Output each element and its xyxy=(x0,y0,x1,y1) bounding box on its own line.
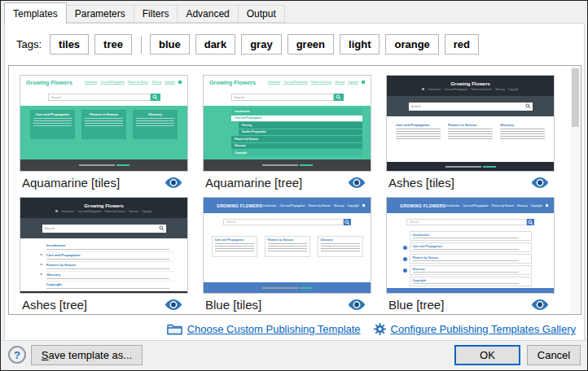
preview-eye-icon[interactable] xyxy=(348,299,366,311)
preview-column-title: Care and Propagation xyxy=(396,123,441,127)
template-card[interactable]: Growing FlowersIntroductionCare and Prop… xyxy=(20,197,186,312)
preview-nav-item: Glossary xyxy=(334,204,344,207)
preview-tree-text xyxy=(46,288,169,289)
preview-nav-item: Flowers by Season xyxy=(104,210,125,213)
preview-nav-item: Copyright xyxy=(348,204,359,207)
preview-tree-item: Garden Preparation xyxy=(239,129,362,136)
preview-nav-icon xyxy=(546,204,549,207)
tag-orange[interactable]: orange xyxy=(385,34,438,55)
template-thumbnail: GROWING FLOWERSIntroductionCare and Prop… xyxy=(386,197,555,294)
tag-blue[interactable]: blue xyxy=(150,34,190,55)
preview-footer-text xyxy=(79,164,115,166)
choose-custom-template-link[interactable]: Choose Custom Publishing Template xyxy=(187,323,361,335)
preview-column: Glossary xyxy=(500,123,545,162)
tag-tiles[interactable]: tiles xyxy=(50,34,89,55)
save-template-button[interactable]: Save template as... xyxy=(31,345,143,365)
preview-search-band: Search xyxy=(387,96,554,116)
preview-header: Growing FlowersIntroductionCare and Prop… xyxy=(20,76,187,89)
tag-dark[interactable]: dark xyxy=(195,34,235,55)
tab-output[interactable]: Output xyxy=(238,5,285,23)
scrollbar-thumb[interactable] xyxy=(572,68,579,127)
preview-header: GROWING FLOWERSIntroductionCare and Prop… xyxy=(387,198,554,213)
template-card[interactable]: GROWING FLOWERSIntroductionCare and Prop… xyxy=(203,197,370,312)
preview-tree-item: Introduction xyxy=(231,108,362,115)
preview-footer xyxy=(387,288,554,294)
preview-tile-title: Glossary xyxy=(321,238,360,242)
preview-footer-link xyxy=(483,166,496,168)
tab-bar: TemplatesParametersFiltersAdvancedOutput xyxy=(4,2,285,24)
preview-tile-title: Flowers by Season xyxy=(268,238,307,242)
preview-tile-row: Care and PropagationFlowers in SeasonGlo… xyxy=(20,106,187,139)
tag-gray[interactable]: gray xyxy=(241,34,281,55)
preview-tile-text xyxy=(268,243,307,251)
tag-green[interactable]: green xyxy=(287,34,334,55)
preview-nav: IntroductionCare and PropagationFlowers … xyxy=(85,81,182,85)
ok-button[interactable]: OK xyxy=(454,345,520,365)
help-icon[interactable]: ? xyxy=(8,346,26,364)
tab-advanced[interactable]: Advanced xyxy=(177,5,238,23)
preview-tree-item: Introduction xyxy=(46,242,174,252)
preview-tile-row: Care and PropagationFlowers by SeasonGlo… xyxy=(212,236,363,257)
preview-tile: Flowers in Season xyxy=(81,110,126,139)
template-card[interactable]: Growing FlowersIntroductionCare and Prop… xyxy=(20,75,186,190)
configure-gallery-link[interactable]: Configure Publishing Templates Gallery xyxy=(391,323,576,335)
tags-label: Tags: xyxy=(16,38,42,50)
template-label-row: Blue [tree] xyxy=(386,298,553,312)
tag-tree[interactable]: tree xyxy=(94,34,132,55)
preview-eye-icon[interactable] xyxy=(348,177,366,189)
preview-tree-text xyxy=(413,249,520,250)
preview-search-input: Search xyxy=(223,219,344,225)
preview-search-row: Search xyxy=(406,219,534,225)
preview-nav-item: Copyright xyxy=(348,81,358,85)
preview-tree-title: Care and Propagation xyxy=(413,245,529,248)
preview-tile-text xyxy=(321,243,360,251)
tag-separator xyxy=(141,36,142,54)
preview-nav: IntroductionCare and PropagationFlowers … xyxy=(268,81,365,85)
cancel-button[interactable]: Cancel xyxy=(527,345,581,365)
preview-column-text xyxy=(448,129,493,140)
preview-search-button xyxy=(151,94,160,101)
preview-tree-title: Introduction xyxy=(46,243,174,247)
preview-header: Growing FlowersIntroductionCare and Prop… xyxy=(387,76,554,96)
template-card[interactable]: Growing FlowersIntroductionCare and Prop… xyxy=(203,75,370,190)
preview-nav-item: Introduction xyxy=(268,81,281,85)
preview-tree-item: Copyright xyxy=(46,282,174,291)
preview-footer-link xyxy=(300,287,313,289)
template-card[interactable]: Growing FlowersIntroductionCare and Prop… xyxy=(386,75,553,190)
preview-nav-item: Glossary xyxy=(517,204,528,207)
preview-tree-item: Care and Propagation xyxy=(410,242,532,252)
template-thumbnail: Growing FlowersIntroductionCare and Prop… xyxy=(203,75,371,172)
tag-red[interactable]: red xyxy=(445,34,479,55)
tab-filters[interactable]: Filters xyxy=(134,5,178,23)
preview-nav-item: Copyright xyxy=(531,204,542,207)
preview-site-title: Growing Flowers xyxy=(450,81,490,86)
preview-tile-title: Care and Propagation xyxy=(30,112,75,116)
preview-home-icon xyxy=(422,88,424,90)
tag-light[interactable]: light xyxy=(340,34,380,55)
preview-tree-text xyxy=(46,249,169,250)
preview-nav-item: Introduction xyxy=(428,88,441,91)
preview-tile: Care and Propagation xyxy=(212,236,257,257)
preview-search-input: Search xyxy=(42,225,166,233)
tab-parameters[interactable]: Parameters xyxy=(66,5,134,23)
preview-footer-text xyxy=(262,164,298,166)
tag-buttons: tilestreebluedarkgraygreenlightorangered xyxy=(50,34,485,55)
preview-tree-title: Flowers by Season xyxy=(46,263,174,267)
preview-search-button xyxy=(527,219,534,225)
preview-tree-item: ▸Flowers by Season xyxy=(46,262,174,272)
preview-bullet-icon xyxy=(403,246,407,250)
preview-eye-icon[interactable] xyxy=(165,177,182,189)
gallery-scrollbar[interactable] xyxy=(571,67,580,313)
preview-eye-icon[interactable] xyxy=(531,177,549,189)
preview-tree-item: Care and Propagation xyxy=(231,116,362,122)
preview-search-button xyxy=(344,219,351,225)
preview-content: SearchIntroductionCare and PropagationFl… xyxy=(387,213,554,288)
tab-templates[interactable]: Templates xyxy=(4,2,67,24)
template-card[interactable]: GROWING FLOWERSIntroductionCare and Prop… xyxy=(386,197,553,312)
preview-eye-icon[interactable] xyxy=(531,299,549,311)
preview-footer-link xyxy=(116,164,129,166)
preview-eye-icon[interactable] xyxy=(165,299,182,311)
preview-home-icon xyxy=(55,210,58,212)
preview-nav-item: Copyright xyxy=(142,210,152,213)
template-label-row: Blue [tiles] xyxy=(203,298,370,312)
